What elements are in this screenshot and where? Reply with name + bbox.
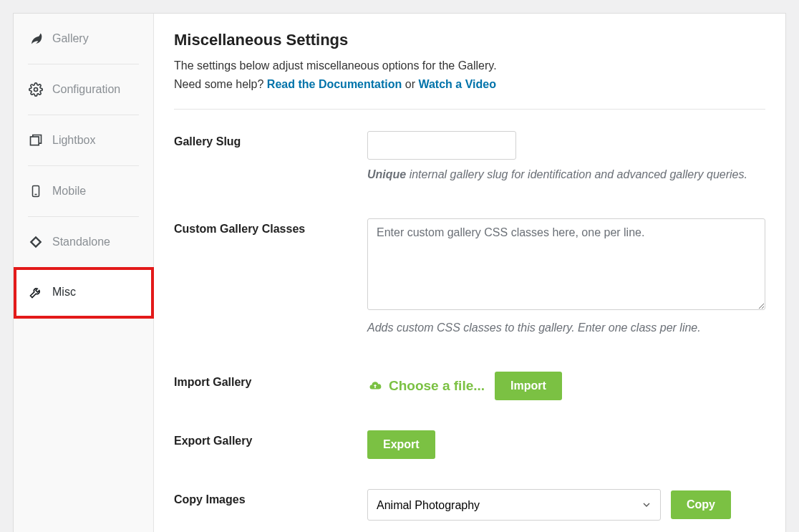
label-gallery-slug: Gallery Slug — [174, 135, 367, 148]
sidebar-item-label: Mobile — [52, 185, 86, 198]
sidebar-item-lightbox[interactable]: Lightbox — [14, 115, 153, 165]
layers-icon — [28, 132, 44, 148]
page-title: Miscellaneous Settings — [174, 31, 765, 49]
custom-classes-textarea[interactable] — [367, 218, 765, 310]
row-import-gallery: Import Gallery Choose a file... Import — [174, 372, 765, 400]
choose-file-link[interactable]: Choose a file... — [367, 378, 485, 394]
desc-line1: The settings below adjust miscellaneous … — [174, 59, 497, 72]
diamond-icon — [28, 234, 44, 250]
help-bold: Unique — [367, 168, 406, 180]
sidebar-item-configuration[interactable]: Configuration — [14, 64, 153, 115]
sidebar-item-label: Lightbox — [52, 134, 96, 147]
doc-link[interactable]: Read the Documentation — [267, 78, 402, 90]
label-import-gallery: Import Gallery — [174, 376, 367, 389]
mobile-icon — [28, 183, 44, 199]
sidebar-item-mobile[interactable]: Mobile — [14, 166, 153, 216]
wrench-icon — [28, 284, 44, 300]
sidebar: Gallery Configuration Lightbox — [14, 14, 154, 532]
label-export-gallery: Export Gallery — [174, 435, 367, 448]
row-export-gallery: Export Gallery Export — [174, 430, 765, 459]
help-custom-classes: Adds custom CSS classes to this gallery.… — [367, 321, 765, 334]
choose-file-label: Choose a file... — [389, 378, 485, 394]
gear-icon — [28, 82, 44, 97]
sidebar-item-gallery[interactable]: Gallery — [14, 14, 153, 64]
row-custom-classes: Custom Gallery Classes Adds custom CSS c… — [174, 218, 765, 334]
copy-button[interactable]: Copy — [671, 490, 731, 519]
main-content: Miscellaneous Settings The settings belo… — [154, 14, 785, 532]
video-link[interactable]: Watch a Video — [418, 78, 495, 90]
gallery-slug-input[interactable] — [367, 131, 516, 160]
label-custom-classes: Custom Gallery Classes — [174, 223, 367, 236]
page-description: The settings below adjust miscellaneous … — [174, 57, 765, 93]
copy-images-select[interactable]: Animal Photography — [367, 489, 661, 521]
divider — [174, 109, 765, 110]
row-copy-images: Copy Images Animal Photography Copy — [174, 489, 765, 521]
settings-card: Gallery Configuration Lightbox — [13, 13, 786, 532]
row-gallery-slug: Gallery Slug Unique internal gallery slu… — [174, 131, 765, 181]
sidebar-item-label: Misc — [52, 286, 76, 299]
sidebar-item-label: Standalone — [52, 236, 110, 248]
help-gallery-slug: Unique internal gallery slug for identif… — [367, 168, 765, 181]
export-button[interactable]: Export — [367, 430, 435, 459]
import-button[interactable]: Import — [495, 372, 562, 400]
cloud-upload-icon — [367, 379, 383, 392]
leaf-icon — [28, 31, 44, 47]
svg-rect-1 — [31, 137, 39, 145]
desc-or: or — [402, 78, 418, 90]
sidebar-item-standalone[interactable]: Standalone — [14, 217, 153, 267]
sidebar-item-label: Gallery — [52, 32, 89, 45]
sidebar-item-label: Configuration — [52, 83, 120, 96]
help-rest: internal gallery slug for identification… — [406, 168, 747, 180]
sidebar-item-misc[interactable]: Misc — [14, 267, 153, 317]
svg-point-0 — [34, 88, 38, 92]
desc-line2-prefix: Need some help? — [174, 78, 267, 90]
label-copy-images: Copy Images — [174, 493, 367, 506]
